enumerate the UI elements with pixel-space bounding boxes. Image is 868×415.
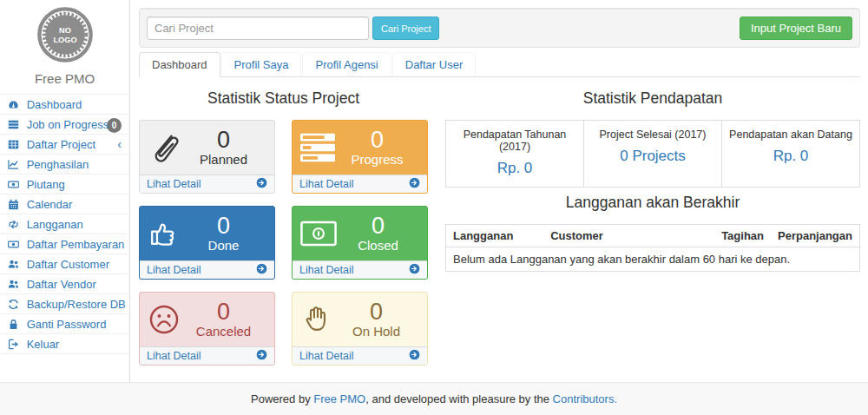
stat-label: Pendapatan akan Datang [726,128,856,141]
paperclip-icon [148,130,181,165]
arrow-circle-right-icon [256,177,267,191]
sidebar-item-label: Ganti Password [27,318,107,331]
users-icon [8,259,20,270]
closed-count: 0 [337,214,419,238]
sidebar-item-label: Dashboard [27,98,82,111]
tab-daftar-user[interactable]: Daftar User [392,52,476,76]
done-lihat-detail-link[interactable]: Lihat Detail [140,260,274,279]
footer-middle-text: , and developed with pleasure by the [365,392,552,405]
column-header-perpanjangan: Perpanjangan [771,225,859,247]
tab-profil-agensi[interactable]: Profil Agensi [302,52,391,76]
no-logo-seal-icon: NO LOGO [36,5,95,64]
money-icon [8,179,20,190]
sidebar-item-job-on-progress[interactable]: 0 Job on Progress [0,115,129,135]
subscription-section-title: Langganan akan Berakhir [445,194,860,212]
retweet-icon [8,219,20,230]
page-footer: Powered by Free PMO, and developed with … [0,382,868,415]
frown-icon [148,303,181,336]
arrow-circle-right-icon [256,263,267,277]
tab-bar: DashboardProfil SayaProfil AgensiDaftar … [139,52,860,77]
stat-value-link[interactable]: 0 Projects [588,148,718,165]
sidebar: NO LOGO Free PMO Dashboard 0 Job on Prog… [0,0,130,382]
sidebar-item-dashboard[interactable]: Dashboard [0,95,129,115]
stat-project-selesai: Project Selesai (2017) 0 Projects [583,120,722,188]
status-card-planned: 0 Planned Lihat Detail [139,120,275,194]
search-button[interactable]: Cari Project [372,16,439,40]
sidebar-item-daftar-project[interactable]: ‹ Daftar Project [0,135,129,155]
sign-out-icon [8,339,20,350]
tasks-icon [300,133,335,162]
closed-lihat-detail-link[interactable]: Lihat Detail [293,260,427,279]
canceled-lihat-detail-link[interactable]: Lihat Detail [140,346,274,365]
sidebar-item-keluar[interactable]: Keluar [0,334,129,354]
stat-label: Project Selesai (2017) [588,128,718,141]
footer-contributors-link[interactable]: Contributors. [553,392,617,405]
column-header-customer: Customer [543,225,714,247]
tab-dashboard[interactable]: Dashboard [139,52,220,77]
sidebar-item-calendar[interactable]: Calendar [0,194,129,214]
column-header-tagihan: Tagihan [714,225,771,247]
on-hold-label: On Hold [333,324,419,339]
stat-pendapatan-tahunan: Pendapatan Tahunan (2017) Rp. 0 [445,120,584,188]
sidebar-item-backup-restore-db[interactable]: Backup/Restore DB [0,294,129,314]
done-count: 0 [181,214,266,238]
done-label: Done [181,238,266,254]
sidebar-item-label: Piutang [27,178,65,191]
sidebar-item-label: Keluar [27,338,60,351]
sidebar-item-daftar-vendor[interactable]: Daftar Vendor [0,274,129,294]
column-header-langganan: Langganan [446,225,544,247]
no-logo-badge: NO LOGO [0,0,129,67]
status-cards-grid: 0 Planned Lihat Detail 0 Progress [139,120,428,366]
line-chart-icon [8,159,20,170]
users-icon [8,279,20,290]
sidebar-item-piutang[interactable]: Piutang [0,175,129,194]
on-hold-count: 0 [333,300,419,324]
sidebar-item-langganan[interactable]: Langganan [0,214,129,234]
income-section-title: Statistik Pendapatan [445,89,860,108]
on-hold-lihat-detail-link[interactable]: Lihat Detail [293,346,427,365]
stat-value-link[interactable]: Rp. 0 [726,148,856,165]
planned-count: 0 [181,128,266,152]
search-input[interactable] [147,16,369,40]
dashboard-icon [8,99,20,110]
footer-powered-text: Powered by [251,392,313,405]
lock-icon [8,319,20,330]
sidebar-item-label: Daftar Vendor [27,278,96,291]
sidebar-item-label: Daftar Customer [27,258,109,271]
progress-label: Progress [335,152,419,168]
brand-name: Free PMO [0,71,129,86]
logo-text-line1: NO [59,26,71,35]
refresh-icon [8,299,20,310]
planned-lihat-detail-link[interactable]: Lihat Detail [140,175,274,193]
progress-count: 0 [335,128,419,152]
angle-left-icon: ‹ [117,138,122,151]
income-section: Statistik Pendapatan Pendapatan Tahunan … [445,83,860,272]
sidebar-item-ganti-password[interactable]: Ganti Password [0,314,129,334]
subscription-empty-row: Belum ada Langganan yang akan berakhir d… [446,247,860,272]
sidebar-item-penghasilan[interactable]: Penghasilan [0,155,129,175]
stat-pendapatan-akan-datang: Pendapatan akan Datang Rp. 0 [721,120,860,188]
footer-free-pmo-link[interactable]: Free PMO [313,392,365,405]
arrow-circle-right-icon [409,349,420,363]
income-stats: Pendapatan Tahunan (2017) Rp. 0 Project … [445,120,860,188]
sidebar-item-daftar-customer[interactable]: Daftar Customer [0,254,129,274]
money-icon [300,221,337,247]
sidebar-item-label: Daftar Project [27,138,95,151]
subscription-table-header: Langganan Customer Tagihan Perpanjangan [446,225,860,247]
sidebar-item-daftar-pembayaran[interactable]: Daftar Pembayaran [0,234,129,254]
tasks-icon [8,119,20,130]
arrow-circle-right-icon [409,177,420,191]
stat-value-link[interactable]: Rp. 0 [450,160,580,177]
status-card-closed: 0 Closed Lihat Detail [292,206,428,280]
status-section: Statistik Status Project 0 Planned Lihat… [139,83,428,366]
sidebar-item-label: Langganan [27,218,83,231]
closed-label: Closed [337,238,419,254]
new-project-button[interactable]: Input Project Baru [740,16,852,40]
subscription-empty-message: Belum ada Langganan yang akan berakhir d… [446,247,860,272]
subscription-table: Langganan Customer Tagihan Perpanjangan … [445,224,860,272]
sidebar-item-label: Job on Progress [27,118,109,131]
status-card-progress: 0 Progress Lihat Detail [292,120,428,194]
tab-profil-saya[interactable]: Profil Saya [221,52,302,76]
hand-paper-icon [300,303,333,336]
progress-lihat-detail-link[interactable]: Lihat Detail [293,175,427,193]
